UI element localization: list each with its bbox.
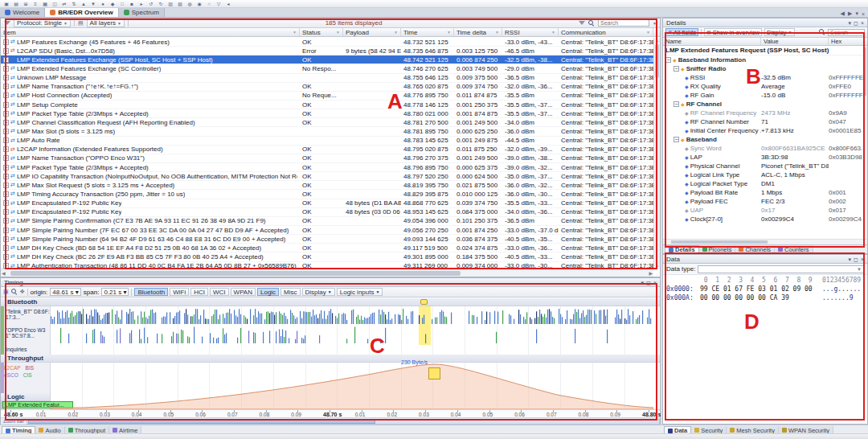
expand-icon[interactable]: + [3,137,9,143]
timing-group-logic[interactable]: Logic [1,393,51,401]
tab-list-icon[interactable]: ▾ [855,10,858,17]
tab-details[interactable]: Details [665,245,699,253]
tab-welcome[interactable]: Welcome [0,8,45,17]
details-row[interactable]: ◆RSSI-32.5 dBm0xFFFFFFE0 [663,73,864,82]
timing-body[interactable]: Bluetooth "Telink_BT" D8:6F:17:3... "OPP… [1,298,660,409]
menubar-icon[interactable]: ■ [129,1,135,7]
table-row[interactable]: +⇄LMP Authentication Transaction (48 86 … [1,262,653,269]
menubar-icon[interactable]: ◍ [186,1,193,7]
throughput-peak-marker[interactable] [428,367,440,380]
expand-icon[interactable]: + [3,48,9,54]
details-row[interactable]: −◆Sniffer Radio [663,64,864,73]
filter-icon[interactable]: ▼ [646,30,650,35]
menubar-icon[interactable]: ↻ [158,1,164,7]
expand-icon[interactable]: + [3,92,9,98]
scroll-right-icon[interactable]: ▶ [649,270,653,276]
details-row[interactable]: −◆RF Channel [663,100,864,109]
table-row[interactable]: +⇄LMP Name Transaction ("OPPO Enco W31")… [1,154,653,163]
panel-splitter[interactable] [661,18,662,425]
panel-menu-icon[interactable]: ▾ [849,256,852,263]
pin-icon[interactable]: ◻ [646,279,651,286]
pan-tool-icon[interactable]: ✥ [20,289,25,295]
table-row[interactable]: +⇄LMP Auto Rate48.783 145 6250.001 249 8… [1,137,653,146]
details-row[interactable]: ◆UAP0x170x017 [663,206,864,215]
expand-icon[interactable]: + [3,66,9,72]
details-column-header-name[interactable]: Name [663,38,761,45]
filter-icon[interactable]: ▼ [394,30,398,35]
show-in-overview-button[interactable]: ▦ Show in overview [704,28,762,36]
panel-menu-icon[interactable]: ▾ [849,19,852,27]
expand-icon[interactable]: + [3,120,9,125]
table-row[interactable]: +⇄LMP Extended Features Exchange (SC Con… [1,64,653,73]
menubar-icon[interactable]: ◆ [109,1,116,7]
layers-selector[interactable]: All layers ▼ [87,19,125,27]
protocol-search-input[interactable] [598,19,649,27]
pin-icon[interactable]: ◻ [854,19,858,27]
column-header-communication[interactable]: Communication▼ [559,28,653,36]
timing-group-bluetooth[interactable]: Bluetooth [1,298,660,306]
timing-row-device-oppo[interactable]: "OPPO Enco W31" 5C:97:8... [6,327,50,338]
menubar-icon[interactable]: ▣ [3,1,10,7]
origin-value[interactable]: 48.61 s ▾ [50,288,81,296]
data-type-combobox[interactable]: ▼ [698,265,864,273]
protocol-horizontal-scrollbar[interactable]: ◀ ▶ [1,269,653,277]
expand-icon[interactable]: + [3,146,9,152]
menubar-icon[interactable]: ◫ [51,1,58,7]
timing-filter-logic-inputs[interactable]: Logic inputs▼ [337,288,383,296]
expand-icon[interactable]: + [3,57,9,63]
menubar-icon[interactable]: ▥ [167,1,174,7]
expand-icon[interactable]: + [3,200,9,206]
table-row[interactable]: +⇄LMP Simple Pairing Number (64 94 B2 4F… [1,235,653,244]
table-row[interactable]: +⇄LMP Channel Classification Request (AF… [1,118,653,127]
tab-counters[interactable]: Counters [775,245,813,253]
timing-filter-bluetooth[interactable]: Bluetooth [134,288,168,296]
table-row[interactable]: +⇄LMP Simple Pairing Number (7F EC 67 00… [1,226,653,235]
expand-icon[interactable]: + [3,174,9,179]
table-row[interactable]: +⇄LMP DH Key Check (BD 68 54 1E EF A4 F8… [1,244,653,252]
protocol-selector[interactable]: Protocol: Single ▼ [14,19,71,27]
menubar-icon[interactable]: ▦ [42,1,48,7]
collapse-icon[interactable]: − [674,66,679,72]
table-row[interactable]: +⇄LMP Max Slot Request (5 slots = 3.125 … [1,181,653,190]
menubar-icon[interactable]: ◉ [196,1,203,7]
expand-icon[interactable]: + [3,191,9,197]
timing-filter-logic[interactable]: Logic [257,288,279,296]
expand-icon[interactable]: + [3,263,9,269]
zoom-thumb[interactable] [28,420,375,424]
filter-icon[interactable] [579,21,585,25]
expand-icon[interactable]: + [3,183,9,188]
timing-filter-wpan[interactable]: WPAN [231,288,256,296]
hex-line[interactable]: 0x0000:99 CE 01 67 FE 03 01 02 09 00...g… [666,285,866,293]
column-header-time[interactable]: Time▼ [401,28,454,36]
column-header-rssi[interactable]: RSSI▼ [502,28,559,36]
menubar-icon[interactable]: ○ [206,1,212,7]
menubar-icon[interactable]: ◂ [225,1,231,7]
display-dropdown[interactable]: Display ▼ [764,28,795,36]
tab-channels[interactable]: Channels [735,245,775,253]
close-tab-icon[interactable]: × [862,11,865,17]
menubar-icon[interactable]: ⇄ [61,1,68,7]
timing-zoom-bar[interactable]: Zoom bar [1,417,660,425]
details-column-header-hex[interactable]: Hex [829,38,864,45]
menubar-icon[interactable]: ▼ [90,1,96,7]
table-row[interactable]: +⇄LMP Extended Features Exchange (SSP Ho… [1,55,653,64]
hex-line[interactable]: 0x000A:00 00 00 00 00 00 CA 39.......9 [666,293,866,302]
details-row[interactable]: ◆Physical ChannelPiconet ("Telink_BT" D8… [663,162,864,170]
expand-icon[interactable]: + [3,254,9,260]
details-row[interactable]: ◆RF Gain-15.0 dB0xFFFFFFF1 [663,91,864,100]
menubar-icon[interactable]: ⊞ [23,1,29,7]
details-row[interactable]: ◆Clock[27-0]0x00299C40x00299C4 [663,215,864,224]
table-row[interactable]: +⇄LMP Features Exchange (45 Features + 4… [1,38,653,47]
chevron-down-icon[interactable]: ▼ [653,21,657,26]
table-row[interactable]: +⇄L2CAP SDU (Basic, Dst...0x7D58)Error9 … [1,47,653,55]
expand-icon[interactable]: + [3,111,9,117]
details-row[interactable]: ◆RF Channel Frequency2473 MHz0x9A9 [663,109,864,117]
timing-filter-display[interactable]: Display▼ [302,288,335,296]
tab-spectrum[interactable]: Spectrum [119,8,165,17]
filter-icon[interactable]: ▼ [551,30,555,35]
table-row[interactable]: +⇄LMP Encapsulated P-192 Public KeyOK48 … [1,208,653,217]
details-horizontal-scrollbar[interactable] [663,239,867,244]
column-header-payload[interactable]: Payload▼ [343,28,401,36]
menubar-icon[interactable]: ⇅ [71,1,77,7]
tab-scroll-right-icon[interactable]: ▶ [848,10,852,17]
